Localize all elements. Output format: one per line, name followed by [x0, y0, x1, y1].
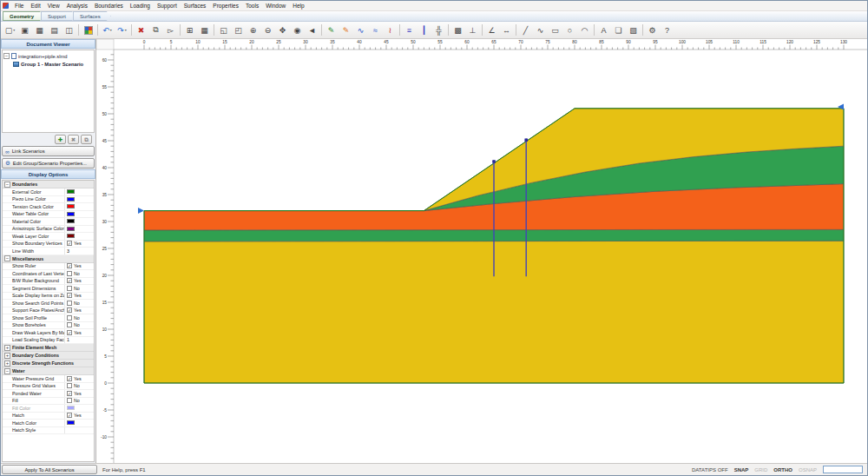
polyline-tool-button[interactable]: ∿: [533, 23, 548, 37]
measure-button[interactable]: ∠: [484, 23, 499, 37]
menu-help[interactable]: Help: [289, 3, 307, 9]
grid-view-button[interactable]: ⊞: [182, 23, 197, 37]
option-value[interactable]: ✓Yes: [64, 241, 94, 248]
zoom-previous-button[interactable]: ◄: [305, 23, 319, 37]
color-swatch[interactable]: [67, 219, 75, 223]
zoom-extents-button[interactable]: ◱: [216, 23, 231, 37]
color-swatch[interactable]: [67, 212, 75, 216]
section-boundary-conditions[interactable]: +Boundary Conditions: [3, 352, 94, 360]
menu-tools[interactable]: Tools: [242, 3, 262, 9]
option-value[interactable]: No: [64, 314, 94, 321]
table-view-button[interactable]: ▦: [197, 23, 212, 37]
dropdown-arrow-icon[interactable]: ▾: [110, 28, 112, 32]
option-show-ruler[interactable]: Show Ruler✓Yes: [3, 263, 94, 271]
add-tension-crack-button[interactable]: ≀: [383, 23, 398, 37]
option-fill-color[interactable]: Fill Color: [3, 405, 94, 413]
zoom-selected-button[interactable]: ◉: [290, 23, 305, 37]
checkbox[interactable]: ✓: [67, 307, 72, 313]
mesh-button[interactable]: ▩: [450, 23, 465, 37]
add-material-boundary-button[interactable]: ✎: [339, 23, 353, 37]
line-tool-button[interactable]: ╱: [518, 23, 533, 37]
option-b-w-ruler-background[interactable]: B/W Ruler Background✓Yes: [3, 278, 94, 286]
ellipse-tool-button[interactable]: ○: [562, 23, 577, 37]
status-toggle-osnap[interactable]: OSNAP: [799, 467, 817, 473]
section-expander-icon[interactable]: +: [4, 345, 10, 351]
section-water[interactable]: −Water: [3, 367, 94, 375]
checkbox[interactable]: ✓: [67, 376, 72, 381]
option-weak-layer-color[interactable]: Weak Layer Color: [3, 233, 94, 241]
color-swatch[interactable]: [67, 406, 75, 410]
menu-file[interactable]: File: [11, 3, 27, 9]
properties-button[interactable]: ⚙: [645, 23, 660, 37]
option-value[interactable]: [64, 420, 94, 426]
menu-boundaries[interactable]: Boundaries: [91, 3, 127, 9]
menu-window[interactable]: Window: [262, 3, 289, 9]
option-value[interactable]: No: [64, 322, 94, 329]
menu-properties[interactable]: Properties: [209, 3, 242, 9]
palette-button[interactable]: [81, 23, 95, 37]
color-swatch[interactable]: [67, 234, 75, 238]
text-tool-button[interactable]: A: [596, 23, 611, 37]
copy-button[interactable]: ⧉: [148, 23, 163, 37]
option-external-color[interactable]: External Color: [3, 188, 94, 196]
status-toggle-snap[interactable]: SNAP: [734, 467, 749, 473]
option-water-pressure-grid[interactable]: Water Pressure Grid✓Yes: [3, 375, 94, 383]
section-miscellaneous[interactable]: −Miscellaneous: [3, 255, 94, 263]
undo-button[interactable]: ↶▾: [100, 23, 115, 37]
option-water-table-color[interactable]: Water Table Color: [3, 211, 94, 219]
tree-expander-icon[interactable]: −: [3, 53, 10, 59]
option-material-color[interactable]: Material Color: [3, 218, 94, 226]
select-button[interactable]: ▻: [163, 23, 178, 37]
model-canvas[interactable]: 0510152025303540455055606570758085909510…: [96, 39, 867, 463]
option-hatch-style[interactable]: Hatch Style: [3, 427, 94, 435]
checkbox[interactable]: [67, 315, 72, 321]
menu-surfaces[interactable]: Surfaces: [181, 3, 210, 9]
edit-properties-button[interactable]: ⚙ Edit Group/Scenario Properties...: [2, 158, 95, 169]
menu-edit[interactable]: Edit: [27, 3, 43, 9]
option-value[interactable]: [64, 218, 94, 225]
option-show-soil-profile[interactable]: Show Soil ProfileNo: [3, 314, 94, 322]
tab-surfaces[interactable]: Surfaces: [73, 11, 111, 21]
note-tool-button[interactable]: ❏: [611, 23, 626, 37]
checkbox[interactable]: ✓: [67, 241, 72, 246]
option-value[interactable]: ✓Yes: [64, 329, 94, 336]
section-expander-icon[interactable]: −: [4, 182, 10, 188]
option-line-width[interactable]: Line Width3: [3, 248, 94, 255]
option-value[interactable]: [64, 188, 94, 195]
add-support-pattern-button[interactable]: ≡: [402, 23, 417, 37]
checkbox[interactable]: ✓: [67, 391, 72, 396]
checkbox[interactable]: ✓: [67, 330, 72, 335]
option-show-boundary-vertices[interactable]: Show Boundary Vertices✓Yes: [3, 241, 94, 248]
zoom-in-button[interactable]: ⊕: [246, 23, 260, 37]
option-value[interactable]: ✓Yes: [64, 390, 94, 397]
option-value[interactable]: [64, 211, 94, 218]
option-segment-dimensions[interactable]: Segment DimensionsNo: [3, 285, 94, 293]
save-button[interactable]: ▦: [32, 23, 47, 37]
color-swatch[interactable]: [67, 204, 75, 208]
option-value[interactable]: No: [64, 383, 94, 390]
link-scenarios-button[interactable]: ∞ Link Scenarios: [2, 146, 95, 156]
arc-tool-button[interactable]: ◠: [577, 23, 592, 37]
color-swatch[interactable]: [67, 227, 75, 231]
option-value[interactable]: No: [64, 398, 94, 405]
color-swatch[interactable]: [67, 197, 75, 202]
option-value[interactable]: No: [64, 270, 94, 277]
delete-scenario-button[interactable]: ✖: [68, 135, 79, 144]
option-value[interactable]: ✓Yes: [64, 413, 94, 420]
tab-geometry[interactable]: Geometry: [3, 11, 44, 21]
option-scale-display-items-on-zoom[interactable]: Scale Display Items on Zoom✓Yes: [3, 293, 94, 301]
print-preview-button[interactable]: ◫: [62, 23, 76, 37]
checkbox[interactable]: [67, 383, 72, 388]
menu-loading[interactable]: Loading: [127, 3, 154, 9]
section-discrete-strength-functions[interactable]: +Discrete Strength Functions: [3, 360, 94, 367]
option-value[interactable]: No: [64, 285, 94, 292]
zoom-out-button[interactable]: ⊖: [260, 23, 275, 37]
option-draw-weak-layers-by-material[interactable]: Draw Weak Layers By Material✓Yes: [3, 329, 94, 337]
checkbox[interactable]: ✓: [67, 278, 72, 283]
section-finite-element-mesh[interactable]: +Finite Element Mesh: [3, 344, 94, 352]
checkbox[interactable]: [67, 286, 72, 291]
new-button[interactable]: ▢▾: [3, 23, 17, 37]
option-value[interactable]: [64, 196, 94, 203]
option-ponded-water[interactable]: Ponded Water✓Yes: [3, 390, 94, 398]
color-swatch[interactable]: [67, 420, 75, 425]
